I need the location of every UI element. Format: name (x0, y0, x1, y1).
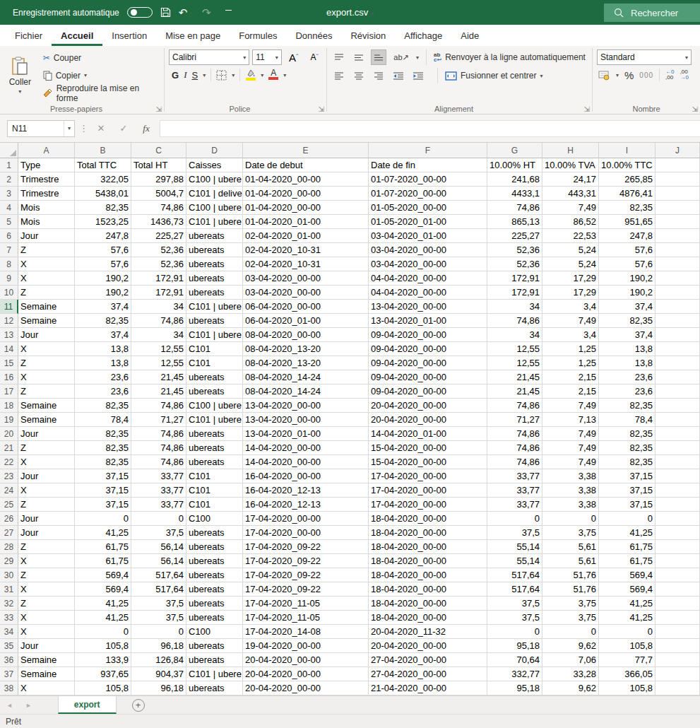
row-header-4[interactable]: 4 (0, 201, 18, 215)
cell-E15[interactable]: 08-04-2020_13-20 (243, 356, 369, 370)
cell-A10[interactable]: Z (18, 286, 75, 300)
cell-G26[interactable]: 0 (487, 512, 542, 526)
search-box[interactable]: Rechercher (604, 4, 700, 22)
cell-E3[interactable]: 01-04-2020_00-00 (243, 187, 369, 201)
column-header-G[interactable]: G (487, 143, 542, 158)
cell-I34[interactable]: 0 (599, 625, 655, 639)
cell-J19[interactable] (655, 413, 700, 427)
cell-A29[interactable]: X (18, 554, 75, 568)
cell-B25[interactable]: 37,15 (75, 498, 131, 512)
cell-I5[interactable]: 951,65 (599, 215, 655, 229)
cell-I19[interactable]: 78,4 (599, 413, 655, 427)
cell-B11[interactable]: 37,4 (75, 300, 131, 314)
cell-F29[interactable]: 18-04-2020_00-00 (369, 554, 487, 568)
cell-G27[interactable]: 37,5 (487, 526, 542, 540)
cell-J21[interactable] (655, 441, 700, 455)
paste-dropdown-icon[interactable]: ▾ (18, 88, 21, 95)
cell-A21[interactable]: Z (18, 441, 75, 455)
cell-D16[interactable]: ubereats (186, 370, 243, 384)
cell-G31[interactable]: 517,64 (487, 582, 542, 597)
cell-G18[interactable]: 74,86 (487, 399, 542, 413)
cell-E30[interactable]: 17-04-2020_09-22 (243, 568, 369, 582)
cell-A11[interactable]: Semaine (18, 300, 75, 314)
cell-E8[interactable]: 02-04-2020_10-31 (243, 257, 369, 271)
cell-D28[interactable]: ubereats (186, 540, 243, 554)
cell-G1[interactable]: 10.00% HT (487, 158, 542, 172)
cell-F33[interactable]: 18-04-2020_00-00 (369, 611, 487, 625)
cell-C8[interactable]: 52,36 (131, 257, 186, 271)
cell-B17[interactable]: 23,6 (75, 384, 131, 399)
cell-F26[interactable]: 18-04-2020_00-00 (369, 512, 487, 526)
cell-B35[interactable]: 105,8 (75, 639, 131, 653)
cell-E27[interactable]: 17-04-2020_00-00 (243, 526, 369, 540)
cell-I2[interactable]: 265,85 (599, 172, 655, 187)
cell-I15[interactable]: 13,8 (599, 356, 655, 370)
cell-A15[interactable]: Z (18, 356, 75, 370)
row-header-9[interactable]: 9 (0, 271, 18, 286)
cell-F30[interactable]: 18-04-2020_00-00 (369, 568, 487, 582)
row-header-36[interactable]: 36 (0, 653, 18, 667)
cell-E25[interactable]: 16-04-2020_12-13 (243, 498, 369, 512)
row-header-29[interactable]: 29 (0, 554, 18, 568)
cell-H30[interactable]: 51,76 (542, 568, 599, 582)
title-dropdown-icon[interactable]: ▾ (371, 11, 374, 17)
cell-C1[interactable]: Total HT (131, 158, 186, 172)
cell-C2[interactable]: 297,88 (131, 172, 186, 187)
cell-J20[interactable] (655, 427, 700, 441)
cell-A25[interactable]: Z (18, 498, 75, 512)
cell-C11[interactable]: 34 (131, 300, 186, 314)
cell-I24[interactable]: 37,15 (599, 483, 655, 498)
cell-B8[interactable]: 57,6 (75, 257, 131, 271)
cell-I4[interactable]: 82,35 (599, 201, 655, 215)
cell-F22[interactable]: 15-04-2020_00-00 (369, 455, 487, 469)
cell-F28[interactable]: 18-04-2020_00-00 (369, 540, 487, 554)
cell-A28[interactable]: Z (18, 540, 75, 554)
cell-B30[interactable]: 569,4 (75, 568, 131, 582)
cell-D25[interactable]: C101 (186, 498, 243, 512)
cell-G33[interactable]: 37,5 (487, 611, 542, 625)
cell-I20[interactable]: 82,35 (599, 427, 655, 441)
cell-I29[interactable]: 61,75 (599, 554, 655, 568)
cell-J30[interactable] (655, 568, 700, 582)
cell-G30[interactable]: 517,64 (487, 568, 542, 582)
cell-H11[interactable]: 3,4 (542, 300, 599, 314)
cell-C29[interactable]: 56,14 (131, 554, 186, 568)
cell-H27[interactable]: 3,75 (542, 526, 599, 540)
cell-G24[interactable]: 33,77 (487, 483, 542, 498)
cell-I21[interactable]: 82,35 (599, 441, 655, 455)
cell-G8[interactable]: 52,36 (487, 257, 542, 271)
cell-E18[interactable]: 13-04-2020_00-00 (243, 399, 369, 413)
cell-C36[interactable]: 126,84 (131, 653, 186, 667)
cell-C24[interactable]: 33,77 (131, 483, 186, 498)
italic-button[interactable]: I (184, 69, 186, 81)
cell-C5[interactable]: 1436,73 (131, 215, 186, 229)
row-header-22[interactable]: 22 (0, 455, 18, 469)
tab-données[interactable]: Données (286, 25, 341, 46)
cell-G7[interactable]: 52,36 (487, 243, 542, 257)
align-bottom-button[interactable] (371, 49, 386, 65)
cell-F16[interactable]: 09-04-2020_00-00 (369, 370, 487, 384)
cell-H15[interactable]: 1,25 (542, 356, 599, 370)
increase-indent-button[interactable] (410, 68, 426, 83)
cell-D12[interactable]: ubereats (186, 314, 243, 328)
cell-H14[interactable]: 1,25 (542, 342, 599, 356)
cell-D20[interactable]: ubereats (186, 427, 243, 441)
cell-J35[interactable] (655, 639, 700, 653)
cell-J31[interactable] (655, 582, 700, 597)
tab-formules[interactable]: Formules (230, 25, 286, 46)
cell-C28[interactable]: 56,14 (131, 540, 186, 554)
bold-button[interactable]: G (172, 70, 179, 81)
cell-H17[interactable]: 2,15 (542, 384, 599, 399)
add-sheet-icon[interactable]: + (132, 699, 145, 712)
cell-F18[interactable]: 20-04-2020_00-00 (369, 399, 487, 413)
cell-A12[interactable]: Semaine (18, 314, 75, 328)
cell-C38[interactable]: 96,18 (131, 681, 186, 695)
cell-D34[interactable]: C100 (186, 625, 243, 639)
cell-F25[interactable]: 17-04-2020_00-00 (369, 498, 487, 512)
row-header-14[interactable]: 14 (0, 342, 18, 356)
orientation-icon[interactable]: ab↗ (391, 49, 412, 65)
cell-H34[interactable]: 0 (542, 625, 599, 639)
cell-J10[interactable] (655, 286, 700, 300)
cell-F8[interactable]: 03-04-2020_00-00 (369, 257, 487, 271)
cell-E2[interactable]: 01-04-2020_00-00 (243, 172, 369, 187)
